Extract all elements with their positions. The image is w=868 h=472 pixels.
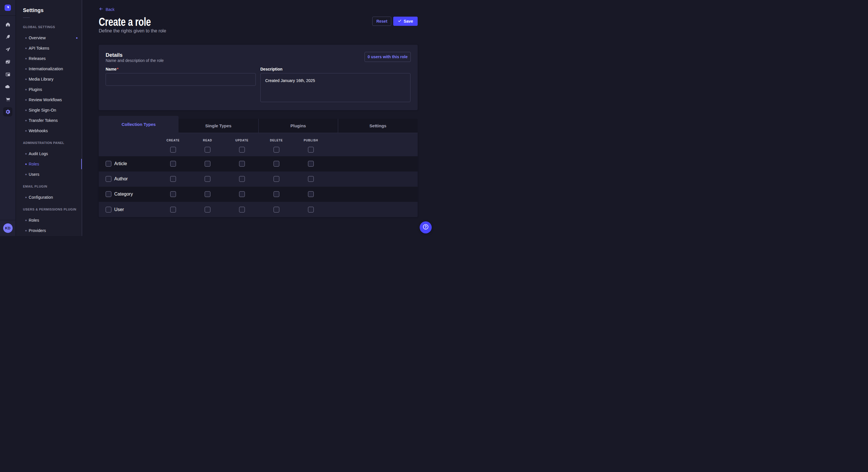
sidebar-item-label: Releases — [29, 56, 45, 61]
sidebar-item-releases[interactable]: Releases — [16, 53, 82, 64]
sidebar-item-label: Webhooks — [29, 129, 48, 133]
bullet-icon — [25, 58, 27, 59]
nav-rail-item-feather[interactable] — [3, 32, 12, 42]
reset-button[interactable]: Reset — [372, 16, 391, 26]
sidebar-item-webhooks[interactable]: Webhooks — [16, 126, 82, 136]
category-publish-checkbox[interactable] — [308, 191, 314, 197]
page-subtitle: Define the rights given to the role — [99, 28, 417, 34]
sidebar-item-label: Review Workflows — [29, 98, 62, 102]
sidebar-item-media-library[interactable]: Media Library — [16, 74, 82, 84]
author-read-checkbox[interactable] — [205, 176, 210, 182]
users-with-role-button[interactable]: 0 users with this role — [365, 52, 411, 62]
media-images-icon — [5, 59, 11, 65]
author-publish-checkbox[interactable] — [308, 176, 314, 182]
user-read-checkbox[interactable] — [205, 207, 210, 212]
nav-rail-item-home[interactable] — [3, 20, 12, 29]
select-all-read-checkbox[interactable] — [205, 147, 210, 153]
bullet-icon — [25, 109, 27, 111]
tab-plugins[interactable]: Plugins — [258, 119, 338, 133]
tab-single-types[interactable]: Single Types — [179, 119, 258, 133]
details-card: Details Name and description of the role… — [99, 45, 417, 110]
back-label: Back — [105, 7, 115, 12]
nav-rail-item-paper-plane[interactable] — [3, 45, 12, 54]
sidebar-section-label: GLOBAL SETTINGS — [23, 25, 82, 29]
sidebar-item-label: Roles — [29, 162, 39, 166]
sidebar-item-label: Media Library — [29, 77, 53, 81]
sidebar-item-providers[interactable]: Providers — [16, 225, 82, 236]
article-update-checkbox[interactable] — [239, 161, 245, 167]
sidebar-section: ADMINISTRATION PANELAudit LogsRolesUsers — [16, 141, 82, 179]
select-all-create-checkbox[interactable] — [170, 147, 176, 153]
sidebar-item-internationalization[interactable]: Internationalization — [16, 64, 82, 74]
sidebar-item-audit-logs[interactable]: Audit Logs — [16, 148, 82, 159]
back-link[interactable]: Back — [99, 7, 115, 12]
sidebar-section: EMAIL PLUGINConfiguration — [16, 184, 82, 202]
sidebar-item-label: Audit Logs — [29, 151, 48, 156]
column-header-update: UPDATE — [236, 139, 249, 142]
tab-settings[interactable]: Settings — [338, 119, 417, 133]
column-header-delete: DELETE — [270, 139, 283, 142]
select-row-user-checkbox[interactable] — [105, 207, 112, 212]
avatar[interactable]: KD — [3, 224, 12, 233]
nav-rail-item-media-images[interactable] — [3, 57, 12, 67]
select-all-publish-checkbox[interactable] — [308, 147, 314, 153]
table-row-author: Author — [99, 171, 417, 187]
column-header-create: CREATE — [166, 139, 180, 142]
nav-rail-item-layout[interactable] — [3, 70, 12, 79]
sidebar-item-api-tokens[interactable]: API Tokens — [16, 43, 82, 53]
article-publish-checkbox[interactable] — [308, 161, 314, 167]
tab-collection-types[interactable]: Collection Types — [99, 116, 179, 133]
user-create-checkbox[interactable] — [170, 207, 176, 212]
description-textarea[interactable]: Created January 16th, 2025 — [260, 73, 410, 102]
sidebar-section-label: ADMINISTRATION PANEL — [23, 141, 82, 145]
home-icon — [5, 22, 11, 27]
sidebar-item-label: Single Sign-On — [29, 108, 56, 112]
sidebar-item-overview[interactable]: Overview — [16, 33, 82, 43]
user-delete-checkbox[interactable] — [274, 207, 279, 212]
question-circle-icon — [423, 224, 429, 231]
sidebar-item-users[interactable]: Users — [16, 169, 82, 179]
profile-area: KD — [0, 220, 16, 236]
strapi-logo[interactable] — [5, 5, 11, 11]
nav-rail-item-gear[interactable] — [3, 107, 12, 116]
sidebar-item-single-sign-on[interactable]: Single Sign-On — [16, 105, 82, 115]
article-read-checkbox[interactable] — [205, 161, 210, 167]
row-label: Author — [114, 176, 128, 181]
author-update-checkbox[interactable] — [239, 176, 245, 182]
nav-rail-item-cart[interactable] — [3, 95, 12, 104]
name-input[interactable] — [105, 73, 256, 86]
category-create-checkbox[interactable] — [170, 191, 176, 197]
settings-sidebar: Settings GLOBAL SETTINGSOverviewAPI Toke… — [16, 0, 82, 236]
user-update-checkbox[interactable] — [239, 207, 245, 212]
cloud-icon — [5, 84, 11, 90]
help-button[interactable] — [420, 222, 432, 233]
bullet-icon — [25, 68, 27, 70]
sidebar-item-label: Configuration — [29, 195, 53, 200]
author-create-checkbox[interactable] — [170, 176, 176, 182]
paper-plane-icon — [5, 47, 11, 52]
sidebar-item-plugins[interactable]: Plugins — [16, 84, 82, 95]
sidebar-item-roles[interactable]: Roles — [16, 215, 82, 225]
category-update-checkbox[interactable] — [239, 191, 245, 197]
article-create-checkbox[interactable] — [170, 161, 176, 167]
select-row-author-checkbox[interactable] — [105, 176, 112, 182]
nav-rail-item-cloud[interactable] — [3, 82, 12, 92]
select-row-article-checkbox[interactable] — [105, 161, 112, 167]
category-delete-checkbox[interactable] — [274, 191, 279, 197]
sidebar-item-roles[interactable]: Roles — [16, 159, 82, 169]
sidebar-item-review-workflows[interactable]: Review Workflows — [16, 95, 82, 105]
sidebar-item-transfer-tokens[interactable]: Transfer Tokens — [16, 115, 82, 126]
feather-icon — [5, 34, 11, 40]
user-publish-checkbox[interactable] — [308, 207, 314, 212]
sidebar-item-configuration[interactable]: Configuration — [16, 192, 82, 202]
sidebar-item-label: API Tokens — [29, 46, 50, 50]
author-delete-checkbox[interactable] — [274, 176, 279, 182]
category-read-checkbox[interactable] — [205, 191, 210, 197]
column-header-read: READ — [203, 139, 212, 142]
save-button[interactable]: Save — [393, 16, 417, 26]
layout-icon — [5, 72, 11, 77]
select-all-delete-checkbox[interactable] — [274, 147, 279, 153]
select-all-update-checkbox[interactable] — [239, 147, 245, 153]
article-delete-checkbox[interactable] — [274, 161, 279, 167]
select-row-category-checkbox[interactable] — [105, 191, 112, 197]
